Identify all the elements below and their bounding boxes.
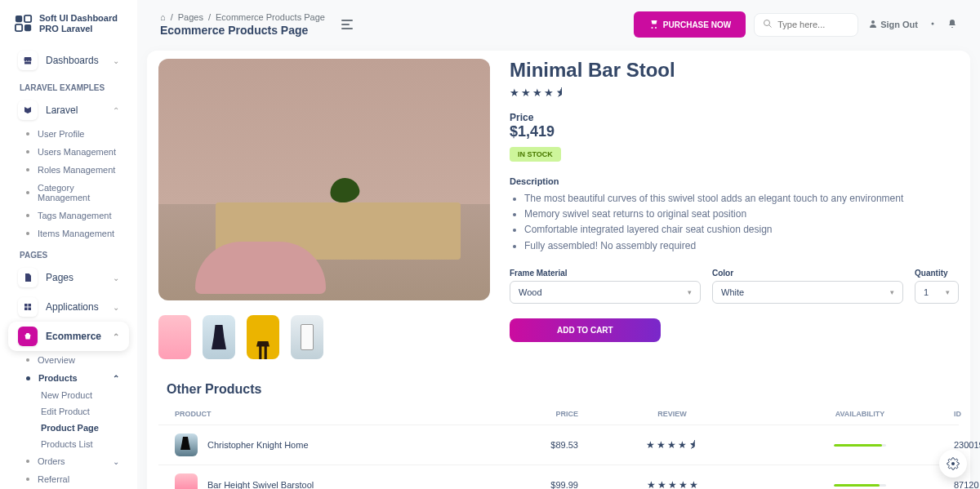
chevron-down-icon: ▾ <box>688 288 692 296</box>
nav-sub-orders[interactable]: Orders⌄ <box>8 452 129 470</box>
nav-sub-item[interactable]: User Profile <box>8 125 129 143</box>
crumb-link[interactable]: Pages <box>178 12 203 22</box>
row-rating: ★★★★★ <box>578 479 766 489</box>
nav-sub-item[interactable]: Tags Management <box>8 207 129 224</box>
sub-dot <box>26 232 29 235</box>
sign-out-link[interactable]: Sign Out <box>868 19 918 30</box>
row-review-cell: ★★★★★ <box>578 479 766 489</box>
brand[interactable]: Soft UI Dashboard PRO Laravel <box>8 10 129 46</box>
th-availability: Availability <box>766 410 954 418</box>
svg-point-7 <box>951 462 955 465</box>
search-box[interactable] <box>754 13 858 37</box>
star-icon: ★ <box>544 87 554 99</box>
search-input[interactable] <box>777 20 851 29</box>
thumbnail-3[interactable] <box>247 315 279 359</box>
nav-applications[interactable]: Applications ⌄ <box>8 292 129 322</box>
star-icon: ★ <box>521 87 531 99</box>
row-product-name: Bar Height Swivel Barstool <box>207 480 314 489</box>
user-icon <box>868 19 878 30</box>
brand-logo-icon <box>15 15 33 33</box>
product-gallery <box>158 59 490 359</box>
cart-icon <box>648 19 658 30</box>
chevron-down-icon: ⌄ <box>113 56 119 65</box>
star-icon: ★ <box>532 87 542 99</box>
nav-sub2-item[interactable]: Products List <box>8 436 129 452</box>
chevron-down-icon: ⌄ <box>113 273 119 282</box>
color-select[interactable]: White ▾ <box>712 281 903 304</box>
nav-label: Pages <box>46 272 74 283</box>
other-products-title: Other Products <box>158 382 959 397</box>
select-value: White <box>721 287 744 297</box>
row-product-name: Christopher Knight Home <box>207 440 309 450</box>
product-main-image[interactable] <box>158 59 490 300</box>
star-icon: ★ <box>657 479 666 489</box>
add-to-cart-label: Add to Cart <box>557 326 613 335</box>
sub-dot <box>26 132 29 136</box>
svg-point-4 <box>764 20 770 25</box>
crumb-current: Ecommerce Products Page <box>216 12 325 22</box>
frame-material-select[interactable]: Wood ▾ <box>510 281 701 304</box>
row-price: $99.99 <box>513 480 578 489</box>
nav-sub-item[interactable]: Roles Management <box>8 161 129 179</box>
nav-sub-item[interactable]: Category Management <box>8 179 129 207</box>
nav-label: Laravel <box>46 104 78 116</box>
sub-label: Tags Management <box>38 211 112 220</box>
nav-sub2-item[interactable]: Edit Product <box>8 403 129 420</box>
th-review: Review <box>578 410 766 418</box>
chevron-down-icon: ⌄ <box>113 303 119 312</box>
thumbnail-4[interactable] <box>291 315 323 359</box>
table-row[interactable]: Bar Height Swivel Barstool$99.99★★★★★871… <box>158 465 959 489</box>
nav-sub-overview[interactable]: Overview <box>8 351 129 369</box>
sign-out-label: Sign Out <box>880 20 918 29</box>
sub-dot <box>26 150 29 153</box>
sidebar-toggle[interactable] <box>338 16 356 33</box>
chevron-up-icon: ⌃ <box>113 374 119 383</box>
purchase-label: Purchase Now <box>663 20 731 29</box>
sub-label: Orders <box>38 456 65 466</box>
nav-dashboards[interactable]: Dashboards ⌄ <box>8 46 129 75</box>
shop-icon <box>18 51 38 70</box>
nav-sub2-item[interactable]: New Product <box>8 387 129 403</box>
thumbnail-2[interactable] <box>203 315 235 359</box>
pages-icon <box>18 268 38 287</box>
sub-dot <box>26 191 29 194</box>
star-icon: ★ <box>679 479 688 489</box>
star-icon: ⯨ <box>555 87 566 99</box>
nav-sub-products[interactable]: Products⌃ <box>8 369 129 387</box>
settings-fab[interactable] <box>939 450 967 478</box>
thumbnail-1[interactable] <box>158 315 191 359</box>
star-icon: ★ <box>657 439 666 451</box>
star-icon: ★ <box>667 439 676 451</box>
home-icon[interactable]: ⌂ <box>160 12 166 22</box>
nav-sub-referral[interactable]: Referral <box>8 470 129 488</box>
nav-sub-item[interactable]: Items Management <box>8 224 129 242</box>
nav-pages[interactable]: Pages ⌄ <box>8 263 129 292</box>
table-row[interactable]: Christopher Knight Home$89.53★★★★⯨230019 <box>158 425 959 465</box>
nav-ecommerce[interactable]: Ecommerce ⌃ <box>8 322 129 351</box>
quantity-select[interactable]: 1 ▾ <box>915 281 959 304</box>
row-thumb <box>175 433 198 456</box>
purchase-now-button[interactable]: Purchase Now <box>634 11 746 38</box>
sidebar: Soft UI Dashboard PRO Laravel Dashboards… <box>0 0 137 489</box>
add-to-cart-button[interactable]: Add to Cart <box>510 318 661 342</box>
sub-dot <box>26 168 29 171</box>
price-label: Price <box>510 112 959 123</box>
description-item: The most beautiful curves of this swivel… <box>524 191 959 207</box>
settings-icon[interactable] <box>928 19 938 31</box>
nav-laravel[interactable]: Laravel ⌃ <box>8 96 129 125</box>
crumb-sep: / <box>208 12 211 22</box>
chevron-up-icon: ⌃ <box>113 106 119 115</box>
bell-icon[interactable] <box>947 19 957 31</box>
description-item: Fully assembled! No assembly required <box>524 238 959 254</box>
star-icon: ★ <box>668 479 677 489</box>
svg-rect-1 <box>24 16 31 22</box>
topbar: ⌂ / Pages / Ecommerce Products Page Ecom… <box>147 0 970 49</box>
star-icon: ★ <box>689 479 698 489</box>
select-value: Wood <box>519 287 542 297</box>
nav-sub-item[interactable]: Users Management <box>8 143 129 161</box>
nav-sub2-item[interactable]: Product Page <box>8 420 129 436</box>
other-products-table: Product Price Review Availability ID Chr… <box>158 403 959 489</box>
star-icon: ⯨ <box>688 439 698 451</box>
row-review-cell: ★★★★⯨ <box>578 439 766 451</box>
row-availability-cell <box>766 444 954 447</box>
